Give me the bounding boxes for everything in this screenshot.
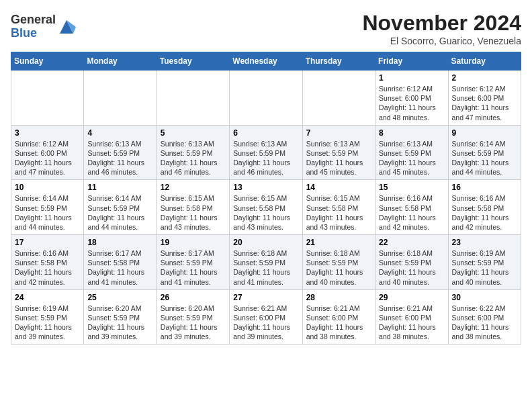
- calendar-body: 1Sunrise: 6:12 AM Sunset: 6:00 PM Daylig…: [11, 71, 521, 345]
- day-info: Sunrise: 6:13 AM Sunset: 5:59 PM Dayligh…: [306, 139, 371, 177]
- calendar-cell: 2Sunrise: 6:12 AM Sunset: 6:00 PM Daylig…: [448, 71, 521, 126]
- calendar-cell: 9Sunrise: 6:14 AM Sunset: 5:59 PM Daylig…: [448, 125, 521, 180]
- day-info: Sunrise: 6:18 AM Sunset: 5:59 PM Dayligh…: [379, 248, 444, 287]
- weekday-header-sunday: Sunday: [11, 52, 84, 71]
- day-number: 14: [306, 183, 371, 192]
- weekday-header-thursday: Thursday: [302, 52, 375, 71]
- day-info: Sunrise: 6:18 AM Sunset: 5:59 PM Dayligh…: [233, 248, 298, 287]
- logo: General Blue: [11, 13, 76, 40]
- calendar-cell: 30Sunrise: 6:22 AM Sunset: 6:00 PM Dayli…: [448, 289, 521, 345]
- calendar-table: SundayMondayTuesdayWednesdayThursdayFrid…: [11, 52, 521, 345]
- day-number: 9: [452, 128, 517, 138]
- day-info: Sunrise: 6:13 AM Sunset: 5:59 PM Dayligh…: [233, 139, 298, 177]
- calendar-cell: [11, 71, 84, 126]
- day-info: Sunrise: 6:21 AM Sunset: 6:00 PM Dayligh…: [379, 304, 444, 342]
- calendar-cell: 21Sunrise: 6:18 AM Sunset: 5:59 PM Dayli…: [302, 235, 375, 290]
- day-number: 26: [161, 293, 226, 302]
- month-title: November 2024: [362, 11, 521, 36]
- day-number: 5: [161, 128, 226, 138]
- calendar-cell: 27Sunrise: 6:21 AM Sunset: 6:00 PM Dayli…: [230, 289, 302, 345]
- calendar-cell: 12Sunrise: 6:15 AM Sunset: 5:58 PM Dayli…: [157, 180, 229, 235]
- calendar-cell: 7Sunrise: 6:13 AM Sunset: 5:59 PM Daylig…: [302, 125, 375, 180]
- day-number: 27: [233, 293, 298, 302]
- title-block: November 2024 El Socorro, Guarico, Venez…: [362, 11, 521, 46]
- calendar-cell: 3Sunrise: 6:12 AM Sunset: 6:00 PM Daylig…: [11, 125, 84, 180]
- day-number: 19: [161, 238, 226, 247]
- calendar-cell: 14Sunrise: 6:15 AM Sunset: 5:58 PM Dayli…: [302, 180, 375, 235]
- calendar-cell: 23Sunrise: 6:19 AM Sunset: 5:59 PM Dayli…: [448, 235, 521, 290]
- calendar-week-3: 10Sunrise: 6:14 AM Sunset: 5:59 PM Dayli…: [11, 180, 521, 235]
- day-number: 10: [15, 183, 80, 192]
- calendar-cell: 17Sunrise: 6:16 AM Sunset: 5:58 PM Dayli…: [11, 235, 84, 290]
- page-header: General Blue November 2024 El Socorro, G…: [11, 11, 521, 46]
- day-info: Sunrise: 6:16 AM Sunset: 5:58 PM Dayligh…: [15, 248, 80, 287]
- day-info: Sunrise: 6:14 AM Sunset: 5:59 PM Dayligh…: [87, 193, 152, 232]
- day-number: 29: [379, 293, 444, 302]
- day-info: Sunrise: 6:21 AM Sunset: 6:00 PM Dayligh…: [233, 304, 298, 342]
- calendar-cell: 8Sunrise: 6:13 AM Sunset: 5:59 PM Daylig…: [375, 125, 448, 180]
- calendar-cell: [157, 71, 229, 126]
- day-number: 28: [306, 293, 371, 302]
- calendar-cell: 16Sunrise: 6:16 AM Sunset: 5:58 PM Dayli…: [448, 180, 521, 235]
- calendar-cell: 1Sunrise: 6:12 AM Sunset: 6:00 PM Daylig…: [375, 71, 448, 126]
- day-number: 17: [15, 238, 80, 247]
- day-info: Sunrise: 6:15 AM Sunset: 5:58 PM Dayligh…: [306, 193, 371, 232]
- calendar-cell: 24Sunrise: 6:19 AM Sunset: 5:59 PM Dayli…: [11, 289, 84, 345]
- day-number: 23: [452, 238, 517, 247]
- day-info: Sunrise: 6:14 AM Sunset: 5:59 PM Dayligh…: [452, 139, 517, 177]
- day-number: 2: [452, 73, 517, 83]
- day-number: 15: [379, 183, 444, 192]
- day-info: Sunrise: 6:17 AM Sunset: 5:58 PM Dayligh…: [87, 248, 152, 287]
- calendar-cell: 29Sunrise: 6:21 AM Sunset: 6:00 PM Dayli…: [375, 289, 448, 345]
- calendar-cell: 22Sunrise: 6:18 AM Sunset: 5:59 PM Dayli…: [375, 235, 448, 290]
- calendar-cell: 6Sunrise: 6:13 AM Sunset: 5:59 PM Daylig…: [230, 125, 302, 180]
- day-number: 1: [379, 73, 444, 83]
- calendar-cell: 28Sunrise: 6:21 AM Sunset: 6:00 PM Dayli…: [302, 289, 375, 345]
- day-info: Sunrise: 6:12 AM Sunset: 6:00 PM Dayligh…: [452, 84, 517, 122]
- day-info: Sunrise: 6:13 AM Sunset: 5:59 PM Dayligh…: [161, 139, 226, 177]
- weekday-header-tuesday: Tuesday: [157, 52, 229, 71]
- day-info: Sunrise: 6:12 AM Sunset: 6:00 PM Dayligh…: [379, 84, 444, 122]
- day-info: Sunrise: 6:12 AM Sunset: 6:00 PM Dayligh…: [15, 139, 80, 177]
- calendar-week-4: 17Sunrise: 6:16 AM Sunset: 5:58 PM Dayli…: [11, 235, 521, 290]
- weekday-header-row: SundayMondayTuesdayWednesdayThursdayFrid…: [11, 52, 521, 71]
- weekday-header-monday: Monday: [84, 52, 157, 71]
- day-number: 8: [379, 128, 444, 138]
- day-info: Sunrise: 6:15 AM Sunset: 5:58 PM Dayligh…: [161, 193, 226, 232]
- day-number: 12: [161, 183, 226, 192]
- calendar-cell: 13Sunrise: 6:15 AM Sunset: 5:58 PM Dayli…: [230, 180, 302, 235]
- calendar-cell: [84, 71, 157, 126]
- day-info: Sunrise: 6:13 AM Sunset: 5:59 PM Dayligh…: [379, 139, 444, 177]
- calendar-cell: 18Sunrise: 6:17 AM Sunset: 5:58 PM Dayli…: [84, 235, 157, 290]
- day-info: Sunrise: 6:15 AM Sunset: 5:58 PM Dayligh…: [233, 193, 298, 232]
- day-number: 16: [452, 183, 517, 192]
- weekday-header-saturday: Saturday: [448, 52, 521, 71]
- calendar-header: SundayMondayTuesdayWednesdayThursdayFrid…: [11, 52, 521, 71]
- calendar-cell: 15Sunrise: 6:16 AM Sunset: 5:58 PM Dayli…: [375, 180, 448, 235]
- day-number: 4: [87, 128, 152, 138]
- day-number: 18: [87, 238, 152, 247]
- day-number: 30: [452, 293, 517, 302]
- day-info: Sunrise: 6:20 AM Sunset: 5:59 PM Dayligh…: [87, 304, 152, 342]
- calendar-cell: 5Sunrise: 6:13 AM Sunset: 5:59 PM Daylig…: [157, 125, 229, 180]
- day-info: Sunrise: 6:13 AM Sunset: 5:59 PM Dayligh…: [87, 139, 152, 177]
- weekday-header-wednesday: Wednesday: [230, 52, 302, 71]
- calendar-cell: [230, 71, 302, 126]
- calendar-cell: 26Sunrise: 6:20 AM Sunset: 5:59 PM Dayli…: [157, 289, 229, 345]
- day-number: 13: [233, 183, 298, 192]
- day-info: Sunrise: 6:18 AM Sunset: 5:59 PM Dayligh…: [306, 248, 371, 287]
- day-number: 21: [306, 238, 371, 247]
- day-number: 25: [87, 293, 152, 302]
- day-info: Sunrise: 6:21 AM Sunset: 6:00 PM Dayligh…: [306, 304, 371, 342]
- day-number: 22: [379, 238, 444, 247]
- day-info: Sunrise: 6:22 AM Sunset: 6:00 PM Dayligh…: [452, 304, 517, 342]
- day-number: 6: [233, 128, 298, 138]
- calendar-cell: 10Sunrise: 6:14 AM Sunset: 5:59 PM Dayli…: [11, 180, 84, 235]
- calendar-cell: 25Sunrise: 6:20 AM Sunset: 5:59 PM Dayli…: [84, 289, 157, 345]
- calendar-cell: 11Sunrise: 6:14 AM Sunset: 5:59 PM Dayli…: [84, 180, 157, 235]
- calendar-cell: 4Sunrise: 6:13 AM Sunset: 5:59 PM Daylig…: [84, 125, 157, 180]
- weekday-header-friday: Friday: [375, 52, 448, 71]
- day-info: Sunrise: 6:16 AM Sunset: 5:58 PM Dayligh…: [379, 193, 444, 232]
- day-info: Sunrise: 6:19 AM Sunset: 5:59 PM Dayligh…: [452, 248, 517, 287]
- calendar-cell: [302, 71, 375, 126]
